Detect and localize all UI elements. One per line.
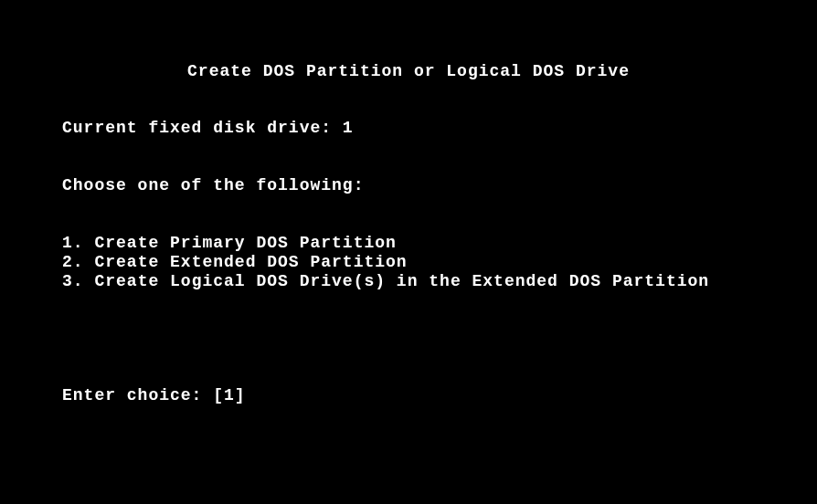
- menu-item-label: Create Extended DOS Partition: [94, 253, 407, 271]
- choice-prompt: Enter choice: [1]: [62, 386, 755, 405]
- current-disk-label: Current fixed disk drive:: [62, 119, 343, 137]
- choice-bracket-open: [: [213, 386, 224, 404]
- menu-item-3[interactable]: 3. Create Logical DOS Drive(s) in the Ex…: [62, 272, 755, 291]
- instruction-line: Choose one of the following:: [62, 176, 755, 195]
- current-disk-line: Current fixed disk drive: 1: [62, 119, 755, 138]
- options-menu: 1. Create Primary DOS Partition 2. Creat…: [62, 234, 755, 291]
- current-disk-value: 1: [343, 119, 354, 137]
- menu-item-label: Create Logical DOS Drive(s) in the Exten…: [94, 272, 709, 290]
- menu-item-number: 3.: [62, 272, 84, 290]
- page-title: Create DOS Partition or Logical DOS Driv…: [62, 62, 755, 80]
- menu-item-1[interactable]: 1. Create Primary DOS Partition: [62, 234, 755, 253]
- fdisk-create-partition-screen: Create DOS Partition or Logical DOS Driv…: [0, 0, 817, 504]
- menu-item-label: Create Primary DOS Partition: [94, 234, 396, 252]
- choice-input[interactable]: 1: [224, 386, 235, 404]
- choice-label: Enter choice:: [62, 386, 213, 404]
- menu-item-number: 2.: [62, 253, 84, 271]
- choice-bracket-close: ]: [235, 386, 246, 404]
- menu-item-2[interactable]: 2. Create Extended DOS Partition: [62, 253, 755, 272]
- menu-item-number: 1.: [62, 234, 84, 252]
